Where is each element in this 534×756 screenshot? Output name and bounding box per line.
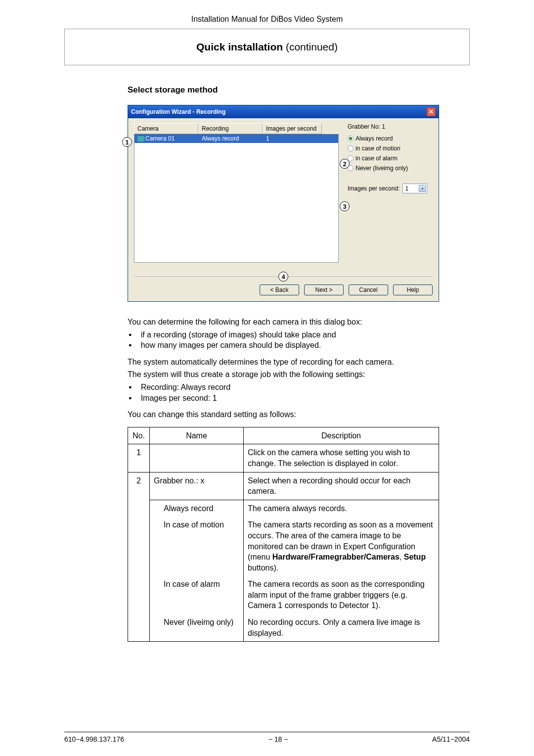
r1-no: 1 bbox=[128, 444, 150, 472]
r1-desc: Click on the camera whose setting you wi… bbox=[244, 444, 439, 472]
callout-4: 4 bbox=[278, 272, 288, 282]
radio-alarm[interactable]: in case of alarm bbox=[348, 155, 433, 162]
cancel-button[interactable]: Cancel bbox=[349, 284, 388, 295]
section-title-box: Quick installation (continued) bbox=[64, 29, 470, 65]
footer-left: 610−4.998.137.176 bbox=[64, 735, 124, 743]
r2-no: 2 bbox=[128, 472, 150, 642]
doc-header: Installation Manual for DiBos Video Syst… bbox=[64, 15, 470, 24]
p1: You can determine the following for each… bbox=[128, 317, 470, 328]
description-table: No. Name Description 1 Click on the came… bbox=[128, 427, 439, 642]
r2c-desc: The camera records as soon as the corres… bbox=[244, 576, 439, 614]
p2b: The system will thus create a storage jo… bbox=[128, 369, 470, 380]
camera-list: 1 2 3 Camera Recording Images per second… bbox=[134, 123, 339, 272]
r2d-name: Never (liveimg only) bbox=[150, 614, 244, 642]
chevron-down-icon: ▾ bbox=[419, 185, 426, 192]
r2d-desc: No recording occurs. Only a camera live … bbox=[244, 614, 439, 642]
back-button[interactable]: < Back bbox=[260, 284, 299, 295]
row-camera: Camera 01 bbox=[145, 135, 175, 142]
radio-always[interactable]: Always record bbox=[348, 135, 433, 142]
col-camera[interactable]: Camera bbox=[134, 123, 198, 134]
grabber-label: Grabber No: 1 bbox=[348, 123, 433, 130]
list-body: Camera 01 Always record 1 bbox=[134, 134, 339, 263]
r2-name: Grabber no.: x bbox=[150, 472, 244, 500]
th-no: No. bbox=[128, 427, 150, 444]
p2a: The system automatically determines the … bbox=[128, 357, 470, 368]
r2a-name: Always record bbox=[150, 500, 244, 517]
li2: how many images per camera should be dis… bbox=[128, 340, 470, 351]
camera-icon bbox=[137, 136, 144, 142]
right-panel: Grabber No: 1 Always record in case of m… bbox=[344, 123, 433, 272]
col-recording[interactable]: Recording bbox=[198, 123, 263, 134]
radio-never[interactable]: Never (liveimg only) bbox=[348, 165, 433, 172]
help-button[interactable]: Help bbox=[393, 284, 433, 295]
dialog-titlebar: Configuration Wizard - Recording ✕ bbox=[128, 105, 439, 118]
li1: if a recording (storage of images) shoul… bbox=[128, 330, 470, 340]
title-rest: (continued) bbox=[283, 41, 338, 52]
section-heading: Select storage method bbox=[128, 85, 470, 95]
callout-1: 1 bbox=[122, 137, 132, 147]
list-row[interactable]: Camera 01 Always record 1 bbox=[134, 134, 338, 143]
r2c-name: In case of alarm bbox=[150, 576, 244, 614]
body-text: You can determine the following for each… bbox=[128, 317, 470, 642]
row-recording: Always record bbox=[199, 134, 263, 143]
r2-desc: Select when a recording should occur for… bbox=[244, 472, 439, 500]
config-wizard-dialog: Configuration Wizard - Recording ✕ 1 2 3… bbox=[128, 105, 439, 302]
th-desc: Description bbox=[244, 427, 439, 444]
r2b-name: In case of motion bbox=[150, 517, 244, 576]
radio-icon bbox=[348, 136, 354, 142]
dialog-title-text: Configuration Wizard - Recording bbox=[131, 108, 225, 115]
r1-name bbox=[150, 444, 244, 472]
ips-combo[interactable]: 1 ▾ bbox=[402, 184, 427, 193]
row-ips: 1 bbox=[263, 134, 322, 143]
page-footer: 610−4.998.137.176 − 18 − A5/11−2004 bbox=[64, 732, 470, 743]
p3: You can change this standard setting as … bbox=[128, 409, 470, 420]
dialog-separator: 4 bbox=[134, 277, 433, 278]
footer-right: A5/11−2004 bbox=[432, 735, 470, 743]
callout-2: 2 bbox=[340, 159, 350, 169]
radio-icon bbox=[348, 145, 354, 151]
list-header: Camera Recording Images per second bbox=[134, 123, 339, 134]
th-name: Name bbox=[150, 427, 244, 444]
next-button[interactable]: Next > bbox=[304, 284, 344, 295]
li4: Images per second: 1 bbox=[128, 393, 470, 404]
close-icon[interactable]: ✕ bbox=[427, 107, 436, 116]
li3: Recording: Always record bbox=[128, 382, 470, 393]
footer-center: − 18 − bbox=[268, 735, 288, 743]
ips-value: 1 bbox=[405, 185, 408, 192]
title-bold: Quick installation bbox=[196, 41, 283, 52]
callout-3: 3 bbox=[340, 201, 350, 211]
col-ips[interactable]: Images per second bbox=[263, 123, 322, 134]
radio-motion[interactable]: in case of motion bbox=[348, 145, 433, 152]
r2a-desc: The camera always records. bbox=[244, 500, 439, 517]
r2b-desc: The camera starts recording as soon as a… bbox=[244, 517, 439, 576]
ips-label: Images per second: bbox=[348, 185, 400, 192]
